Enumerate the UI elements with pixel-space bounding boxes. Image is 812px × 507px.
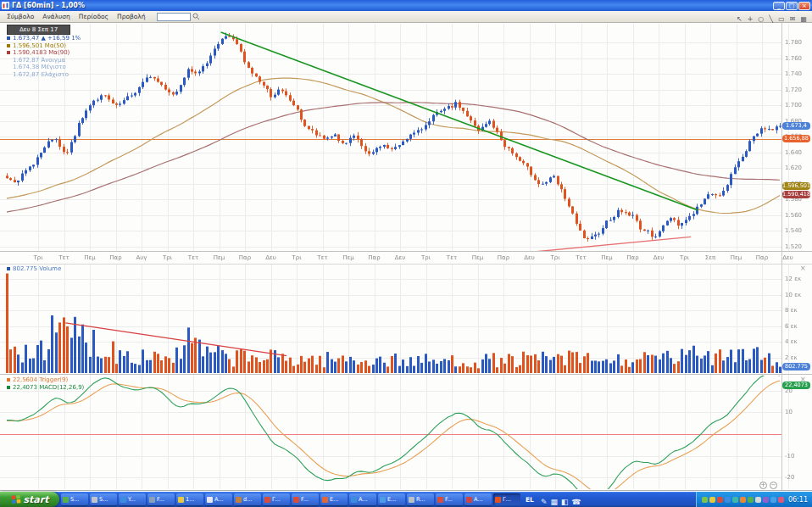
zoom-in-icon[interactable]: +: [745, 15, 756, 23]
tray-icon[interactable]: [763, 497, 769, 503]
x-axis-day-label: Παρ: [107, 254, 125, 261]
tray-icon[interactable]: [740, 497, 746, 503]
ma50-bullet: [7, 44, 10, 47]
macd-legend-text: 22,4073 MACD(12,26,9): [13, 384, 84, 391]
task-button-label: F...: [157, 496, 164, 503]
task-button-label: Γ...: [503, 496, 511, 503]
taskbar-button[interactable]: S...: [61, 493, 88, 505]
taskbar-button[interactable]: E...: [378, 493, 405, 505]
trendline-tool-icon[interactable]: ╲: [766, 15, 776, 23]
taskbar-button[interactable]: F...: [147, 493, 175, 505]
x-axis-day-label: Τρι: [676, 254, 694, 261]
macd-axis-label: 10: [785, 409, 793, 415]
x-axis-day-label: Αυγ: [132, 254, 151, 261]
x-axis-day-label: Πεμ: [81, 254, 99, 261]
macd-pane-close-icon[interactable]: ×: [800, 376, 806, 383]
tray-icon[interactable]: [755, 497, 761, 503]
tray-icon[interactable]: [770, 497, 776, 503]
tray-icon[interactable]: [725, 497, 731, 503]
drawing-toolbar: ↖+○╲▭✉▦: [734, 8, 809, 25]
price-badge: 1.656,88: [782, 135, 810, 142]
menu-view[interactable]: Προβολή: [113, 12, 150, 21]
keyboard-icon[interactable]: ▦: [548, 498, 559, 506]
macd-axis-label: -10: [785, 453, 794, 460]
menu-analysis[interactable]: Ανάλυση: [38, 12, 75, 21]
circle-tool-icon[interactable]: ○: [755, 15, 766, 23]
taskbar-button[interactable]: R...: [407, 493, 434, 505]
rectangle-tool-icon[interactable]: ▭: [776, 15, 787, 23]
search-icon[interactable]: [192, 13, 200, 20]
volume-badge: 802.775: [782, 363, 810, 370]
taskbar-button[interactable]: A...: [205, 493, 232, 505]
taskbar-button-active[interactable]: Γ...: [493, 493, 520, 505]
taskbar-button[interactable]: Y...: [119, 493, 146, 505]
x-axis-day-label: Παρ: [365, 254, 384, 261]
pointer-icon[interactable]: ↖: [734, 15, 745, 23]
tray-icon[interactable]: [778, 497, 784, 503]
tray-icon[interactable]: [748, 497, 754, 503]
x-axis-day-label: Παρ: [624, 254, 642, 261]
save-icon[interactable]: ▦: [798, 15, 809, 23]
macd-bullet: [7, 386, 10, 389]
price-axis-label: 1.740: [785, 70, 802, 77]
taskbar-button[interactable]: F...: [436, 493, 463, 505]
x-axis-day-label: Σεπ: [701, 254, 720, 261]
open-legend: 1.672,87 Άνοιγμα: [13, 57, 65, 64]
start-button[interactable]: start: [0, 492, 59, 507]
x-axis-day-label: Πεμ: [598, 254, 616, 261]
system-tray: 06:11: [696, 492, 812, 507]
price-axis-label: 1.780: [785, 39, 802, 46]
symbol-search-input[interactable]: [157, 13, 191, 21]
task-app-icon: [264, 497, 270, 503]
monitor-icon[interactable]: ◧: [559, 498, 570, 506]
tray-icon[interactable]: [702, 497, 708, 503]
price-axis-label: 1.640: [785, 149, 802, 156]
task-button-label: E...: [387, 496, 396, 503]
zoom-in-button[interactable]: +: [759, 482, 767, 489]
language-indicator[interactable]: EL: [520, 496, 539, 504]
windows-flag-icon: [10, 493, 21, 504]
taskbar: start S...S...Y...F...1...A...d...Γ...F.…: [0, 492, 812, 507]
volume-axis-label: 4 εκ: [785, 338, 798, 345]
zoom-out-button[interactable]: −: [770, 482, 777, 489]
task-app-icon: [92, 497, 97, 503]
task-app-icon: [293, 497, 299, 503]
task-app-icon: [495, 497, 501, 503]
pen-icon[interactable]: ✎: [539, 498, 549, 506]
start-label: start: [24, 494, 49, 505]
menu-symbol[interactable]: Σύμβολο: [3, 12, 38, 21]
taskbar-button[interactable]: Γ...: [263, 493, 290, 505]
language-bar-icons: ✎▦◧☎: [539, 492, 583, 507]
tray-icon[interactable]: [709, 497, 715, 503]
taskbar-button[interactable]: d...: [234, 493, 261, 505]
title-bar[interactable]: ΓΔ [60min] - 1,00% _ □ ×: [0, 0, 812, 11]
price-axis-label: 1.560: [785, 212, 802, 219]
taskbar-clock: 06:11: [788, 496, 808, 504]
taskbar-button[interactable]: S...: [90, 493, 117, 505]
taskbar-button[interactable]: F...: [292, 493, 319, 505]
volume-pane-close-icon[interactable]: ×: [800, 265, 806, 272]
email-icon[interactable]: ✉: [787, 15, 798, 23]
ma90-legend: 1.590,4183 Μα(90): [13, 49, 70, 56]
chart-canvas[interactable]: [0, 0, 812, 492]
taskbar-button[interactable]: 1...: [176, 493, 203, 505]
task-button-label: E...: [330, 496, 338, 503]
tray-icon[interactable]: [732, 497, 738, 503]
x-axis-day-label: Τετ: [314, 254, 332, 261]
task-button-label: Y...: [128, 496, 136, 503]
task-app-icon: [466, 497, 472, 503]
taskbar-button[interactable]: A...: [349, 493, 376, 505]
task-button-label: A...: [359, 496, 368, 503]
phone-icon[interactable]: ☎: [570, 498, 582, 506]
task-app-icon: [409, 497, 414, 503]
taskbar-button[interactable]: A...: [464, 493, 492, 505]
trigger-legend: 22,5604 Trigger(9): [13, 376, 68, 383]
task-button-label: S...: [99, 496, 108, 503]
date-tooltip: Δευ 8 Σεπ 17: [7, 25, 70, 35]
volume-legend-text: 802.775 Volume: [13, 265, 61, 272]
menu-period[interactable]: Περίοδος: [75, 12, 113, 21]
x-axis-day-label: Τρι: [417, 254, 436, 261]
taskbar-button[interactable]: E...: [320, 493, 348, 505]
tray-icon[interactable]: [717, 497, 723, 503]
macd-badge: 22,4073: [782, 382, 810, 389]
